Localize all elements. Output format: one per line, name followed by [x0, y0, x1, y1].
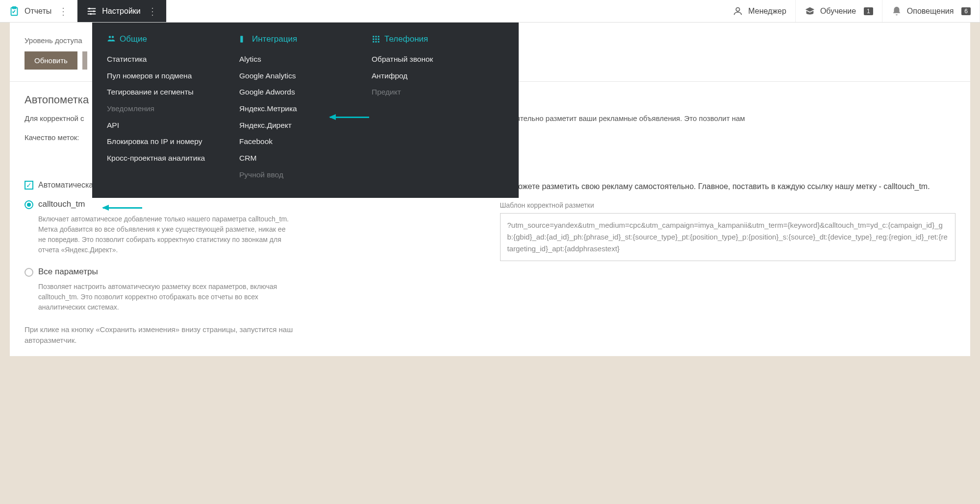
- radio-calltouch-block: calltouch_tm Включает автоматическое доб…: [25, 199, 480, 255]
- tab-manager-label: Менеджер: [748, 7, 786, 16]
- dropdown-heading-integration: Интеграция: [239, 34, 362, 44]
- bell-icon: [891, 6, 902, 17]
- save-note: При клике на кнопку «Сохранить изменения…: [25, 324, 328, 346]
- right-column: Вы можете разметить свою рекламу самосто…: [500, 181, 956, 346]
- tab-manager[interactable]: Менеджер: [724, 0, 796, 22]
- dropdown-item[interactable]: Google Analytics: [239, 68, 362, 84]
- template-label: Шаблон корректной разметки: [500, 201, 956, 209]
- tab-notifications[interactable]: Оповещения 6: [882, 0, 980, 22]
- dropdown-col-integration: Интеграция AlyticsGoogle AnalyticsGoogle…: [239, 34, 372, 183]
- dropdown-col-general: Общие СтатистикаПул номеров и подменаТег…: [107, 34, 239, 183]
- left-column: ✓ Автоматическая разметка calltouch_tm В…: [25, 181, 480, 346]
- training-badge: 1: [864, 7, 873, 15]
- update-button[interactable]: Обновить: [25, 51, 77, 70]
- dropdown-item: Уведомления: [107, 100, 229, 117]
- dropdown-item: Предикт: [372, 84, 494, 100]
- tab-settings[interactable]: Настройки ⋮: [77, 0, 166, 22]
- clipboard-icon: [9, 6, 20, 17]
- dropdown-heading-telephony: Телефония: [372, 34, 494, 44]
- svg-rect-23: [378, 41, 379, 43]
- sliders-icon: [86, 6, 97, 17]
- dropdown-item[interactable]: Антифрод: [372, 68, 494, 84]
- dropdown-heading-general: Общие: [107, 34, 229, 44]
- svg-rect-17: [378, 36, 379, 37]
- svg-rect-18: [373, 39, 374, 40]
- right-description: Вы можете разметить свою рекламу самосто…: [500, 181, 956, 192]
- svg-rect-16: [376, 36, 377, 37]
- svg-rect-5: [88, 11, 96, 12]
- svg-rect-19: [376, 39, 377, 40]
- dropdown-item[interactable]: Google Adwords: [239, 84, 362, 100]
- secondary-button-edge[interactable]: [82, 51, 87, 70]
- dropdown-item[interactable]: Статистика: [107, 51, 229, 68]
- tab-reports[interactable]: Отчеты ⋮: [0, 0, 77, 22]
- auto-markup-checkbox[interactable]: ✓: [25, 181, 33, 190]
- dropdown-item[interactable]: Тегирование и сегменты: [107, 84, 229, 100]
- tab-training-label: Обучение: [820, 7, 856, 16]
- radio-calltouch-desc: Включает автоматическое добавление тольк…: [38, 214, 293, 255]
- dropdown-col-telephony: Телефония Обратный звонокАнтифродПредикт: [372, 34, 504, 183]
- dropdown-item[interactable]: Facebook: [239, 133, 362, 150]
- svg-rect-21: [373, 41, 374, 43]
- svg-rect-7: [88, 13, 96, 14]
- settings-dropdown: Общие СтатистикаПул номеров и подменаТег…: [92, 23, 519, 198]
- dropdown-item[interactable]: Блокировка по IP и номеру: [107, 133, 229, 150]
- dropdown-item[interactable]: Яндекс.Метрика: [239, 100, 362, 117]
- arrow-annotation: [330, 117, 369, 118]
- svg-rect-22: [376, 41, 377, 43]
- dropdown-item[interactable]: Обратный звонок: [372, 51, 494, 68]
- radio-allparams-block: Все параметры Позволяет настроить автома…: [25, 267, 480, 312]
- more-icon[interactable]: ⋮: [58, 5, 68, 17]
- dropdown-item[interactable]: CRM: [239, 150, 362, 167]
- svg-rect-3: [88, 8, 96, 9]
- dropdown-item: Ручной ввод: [239, 167, 362, 183]
- dropdown-item[interactable]: API: [107, 117, 229, 134]
- tab-settings-label: Настройки: [102, 7, 140, 16]
- graduation-icon: [804, 6, 815, 17]
- radio-allparams[interactable]: [25, 268, 33, 277]
- dropdown-item[interactable]: Яндекс.Директ: [239, 117, 362, 134]
- svg-point-14: [241, 41, 242, 42]
- topbar-left: Отчеты ⋮ Настройки ⋮: [0, 0, 167, 22]
- dropdown-item[interactable]: Пул номеров и подмена: [107, 68, 229, 84]
- radio-allparams-desc: Позволяет настроить автоматическую разме…: [38, 282, 293, 312]
- tab-training[interactable]: Обучение 1: [796, 0, 882, 22]
- dropdown-item[interactable]: Alytics: [239, 51, 362, 68]
- svg-point-9: [109, 36, 111, 38]
- svg-point-13: [241, 39, 242, 40]
- topbar: Отчеты ⋮ Настройки ⋮ Менеджер Обучение 1: [0, 0, 980, 23]
- arrow-annotation: [103, 207, 142, 209]
- svg-point-12: [241, 37, 242, 38]
- tab-notifications-label: Оповещения: [907, 7, 954, 16]
- radio-calltouch[interactable]: [25, 200, 33, 209]
- person-icon: [732, 6, 743, 17]
- topbar-right: Менеджер Обучение 1 Оповещения 6: [724, 0, 980, 22]
- template-box[interactable]: ?utm_source=yandex&utm_medium=cpc&utm_ca…: [500, 213, 956, 261]
- two-column: ✓ Автоматическая разметка calltouch_tm В…: [25, 181, 955, 346]
- dropdown-item[interactable]: Кросс-проектная аналитика: [107, 150, 229, 167]
- svg-point-10: [112, 36, 114, 38]
- tab-reports-label: Отчеты: [25, 7, 51, 16]
- radio-allparams-label: Все параметры: [38, 267, 480, 277]
- notifications-badge: 6: [961, 7, 971, 15]
- more-icon[interactable]: ⋮: [148, 5, 157, 17]
- svg-rect-15: [373, 36, 374, 37]
- svg-rect-20: [378, 39, 379, 40]
- svg-point-8: [736, 7, 740, 11]
